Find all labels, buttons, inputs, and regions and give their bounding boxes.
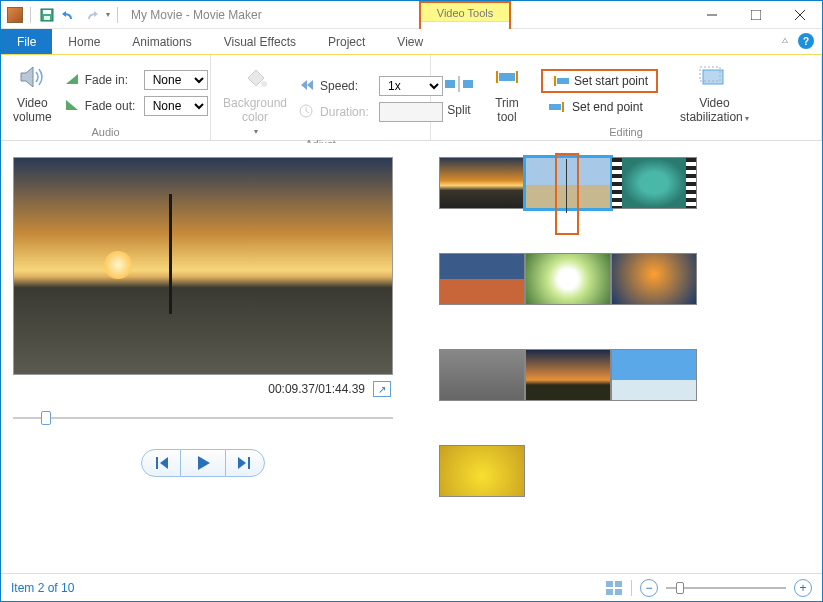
- timeline-row: [439, 445, 812, 497]
- timeline-pane[interactable]: [421, 143, 822, 573]
- zoom-slider[interactable]: [666, 587, 786, 589]
- clip-badge[interactable]: [611, 157, 697, 209]
- trim-tool-button[interactable]: Trim tool: [487, 59, 527, 126]
- svg-rect-20: [615, 581, 622, 587]
- clip-jelly[interactable]: [611, 253, 697, 305]
- svg-rect-12: [499, 73, 515, 81]
- svg-rect-22: [615, 589, 622, 595]
- seek-thumb[interactable]: [41, 411, 51, 425]
- close-button[interactable]: [778, 1, 822, 29]
- svg-rect-21: [606, 589, 613, 595]
- fade-in-icon: [64, 72, 80, 88]
- svg-rect-18: [248, 457, 250, 469]
- qat-customize-icon[interactable]: ▾: [106, 10, 110, 19]
- svg-rect-13: [557, 78, 569, 84]
- statusbar: Item 2 of 10 − +: [1, 573, 822, 601]
- fade-out-select[interactable]: None: [144, 96, 208, 116]
- titlebar: ▾ My Movie - Movie Maker Video Tools Edi…: [1, 1, 822, 29]
- start-point-icon: [551, 75, 569, 87]
- tab-file[interactable]: File: [1, 29, 52, 54]
- video-tools-header: Video Tools: [421, 3, 509, 21]
- video-stabilization-button[interactable]: Video stabilization▾: [676, 59, 753, 126]
- duration-control: Duration:: [299, 102, 443, 122]
- svg-rect-10: [463, 80, 473, 88]
- maximize-button[interactable]: [734, 1, 778, 29]
- clock-icon: [299, 104, 315, 120]
- ribbon-collapse-icon[interactable]: ㅿ: [780, 34, 790, 48]
- set-end-point-button[interactable]: Set end point: [541, 97, 658, 117]
- ribbon: Video volume Fade in: None Fade out: Non…: [1, 55, 822, 141]
- set-start-point-button[interactable]: Set start point: [541, 69, 658, 93]
- video-volume-button[interactable]: Video volume: [9, 59, 56, 126]
- clip-penguin[interactable]: [611, 349, 697, 401]
- stabilization-icon: [698, 61, 730, 93]
- svg-rect-19: [606, 581, 613, 587]
- zoom-out-button[interactable]: −: [640, 579, 658, 597]
- tab-visual-effects[interactable]: Visual Effects: [208, 29, 312, 54]
- prev-frame-button[interactable]: [141, 449, 181, 477]
- clip-tulip[interactable]: [439, 445, 525, 497]
- timeline-row: [439, 349, 812, 401]
- clip-sunset[interactable]: [439, 157, 525, 209]
- speaker-icon: [16, 61, 48, 93]
- svg-rect-9: [445, 80, 455, 88]
- svg-rect-17: [156, 457, 158, 469]
- qat-undo-button[interactable]: [60, 6, 78, 24]
- tab-animations[interactable]: Animations: [116, 29, 207, 54]
- group-adjust: Background color▾ Speed: 1x Duration: Ad…: [211, 55, 431, 140]
- playhead[interactable]: [566, 159, 567, 213]
- fade-in-control: Fade in: None: [64, 70, 208, 90]
- next-frame-button[interactable]: [225, 449, 265, 477]
- fade-in-select[interactable]: None: [144, 70, 208, 90]
- preview-frame: [13, 157, 393, 375]
- minimize-button[interactable]: [690, 1, 734, 29]
- clip-koala[interactable]: [439, 349, 525, 401]
- app-icon: [7, 7, 23, 23]
- transport-controls: [13, 449, 393, 477]
- background-color-button: Background color▾: [219, 59, 291, 138]
- speed-icon: [299, 78, 315, 94]
- svg-rect-1: [43, 10, 51, 14]
- content-area: 00:09.37/01:44.39 ↗: [1, 143, 822, 573]
- svg-point-7: [261, 81, 267, 87]
- tab-project[interactable]: Project: [312, 29, 381, 54]
- fade-out-icon: [64, 98, 80, 114]
- seek-bar[interactable]: [13, 415, 393, 421]
- qat-save-button[interactable]: [38, 6, 56, 24]
- svg-rect-2: [44, 16, 50, 20]
- trim-icon: [491, 61, 523, 93]
- playhead-highlight: [555, 153, 579, 235]
- thumbnail-view-icon[interactable]: [605, 580, 623, 596]
- paint-bucket-icon: [239, 61, 271, 93]
- split-icon: [443, 68, 475, 100]
- split-button[interactable]: Split: [439, 66, 479, 119]
- help-icon[interactable]: ?: [798, 33, 814, 49]
- fade-out-control: Fade out: None: [64, 96, 208, 116]
- qat-redo-button[interactable]: [82, 6, 100, 24]
- window-title: My Movie - Movie Maker: [131, 8, 262, 22]
- end-point-icon: [549, 101, 567, 113]
- timeline-row: [439, 157, 812, 209]
- group-audio: Video volume Fade in: None Fade out: Non…: [1, 55, 211, 140]
- clip-hill[interactable]: [525, 349, 611, 401]
- timeline-row: [439, 253, 812, 305]
- svg-rect-4: [751, 10, 761, 20]
- svg-rect-14: [549, 104, 561, 110]
- play-button[interactable]: [181, 449, 225, 477]
- tab-view[interactable]: View: [381, 29, 439, 54]
- preview-pane: 00:09.37/01:44.39 ↗: [1, 143, 421, 573]
- ribbon-tabs: File Home Animations Visual Effects Proj…: [1, 29, 822, 55]
- zoom-thumb[interactable]: [676, 582, 684, 594]
- preview-time-label: 00:09.37/01:44.39: [268, 382, 365, 396]
- status-text: Item 2 of 10: [11, 581, 74, 595]
- clip-flowers[interactable]: [525, 253, 611, 305]
- group-editing: Split Trim tool Set start point Set end …: [431, 55, 822, 140]
- fullscreen-button[interactable]: ↗: [373, 381, 391, 397]
- speed-control: Speed: 1x: [299, 76, 443, 96]
- tab-home[interactable]: Home: [52, 29, 116, 54]
- clip-canyon[interactable]: [439, 253, 525, 305]
- zoom-in-button[interactable]: +: [794, 579, 812, 597]
